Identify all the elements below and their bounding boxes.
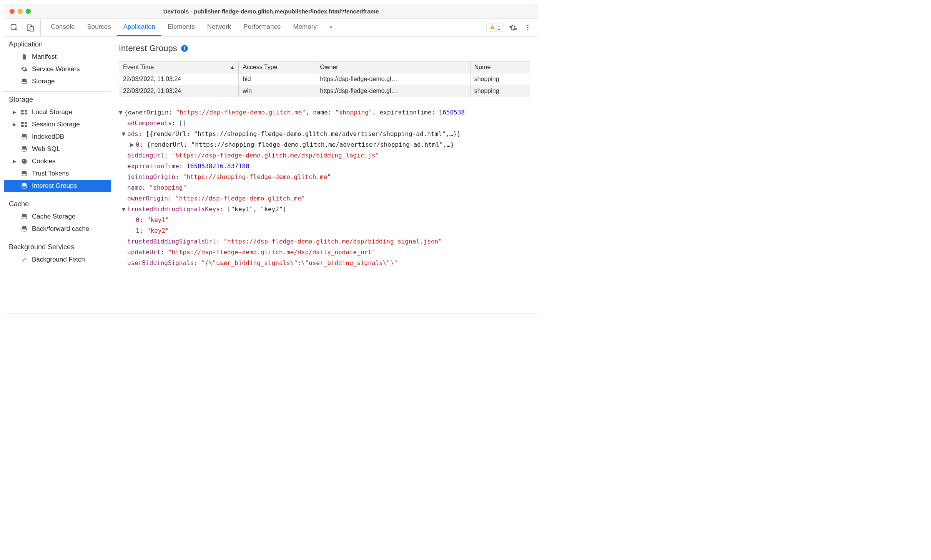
inspect-icon[interactable] [9, 22, 20, 33]
obj-joiningorigin[interactable]: joiningOrigin: "https://shopping-fledge-… [119, 172, 530, 182]
sidebar-item-local-storage[interactable]: ▶ Local Storage [4, 106, 111, 118]
main-toolbar: Console Sources Application Elements Net… [4, 19, 538, 36]
svg-rect-13 [21, 122, 24, 124]
warning-icon [490, 24, 495, 31]
caret-down-icon: ▼ [122, 204, 127, 215]
body: Application Manifest Service Workers Sto… [4, 36, 538, 313]
cell-owner: https://dsp-fledge-demo.gl… [316, 85, 470, 97]
tab-elements[interactable]: Elements [161, 19, 201, 36]
svg-rect-9 [21, 110, 24, 112]
svg-rect-11 [21, 113, 24, 114]
toolbar-left [4, 19, 41, 36]
issues-badge[interactable]: 1 [486, 23, 504, 32]
obj-tbsk[interactable]: ▼trustedBiddingSignalsKeys: ["key1", "ke… [119, 204, 530, 215]
sidebar-item-storage[interactable]: Storage [4, 75, 111, 88]
storage-icon [20, 78, 28, 85]
tab-performance[interactable]: Performance [237, 19, 287, 36]
sidebar-item-service-workers[interactable]: Service Workers [4, 63, 111, 75]
document-icon [20, 53, 28, 60]
svg-rect-16 [25, 125, 27, 127]
info-icon[interactable]: i [181, 45, 188, 52]
svg-rect-4 [492, 28, 493, 28]
cell-event-time: 22/03/2022, 11:03:24 [119, 85, 239, 97]
sidebar-item-bf-cache[interactable]: Back/forward cache [4, 223, 111, 235]
col-event-time[interactable]: Event Time ▲ [119, 61, 239, 73]
sidebar-item-label: Storage [32, 78, 55, 85]
sidebar-item-trust-tokens[interactable]: Trust Tokens [4, 167, 111, 180]
gear-icon [20, 66, 28, 73]
obj-expirationtime[interactable]: expirationTime: 1650538216.837188 [119, 161, 530, 172]
sidebar-item-label: Service Workers [32, 65, 80, 73]
table-header-row: Event Time ▲ Access Type Owner Name [119, 61, 530, 73]
window-title: DevTools - publisher-fledge-demo.glitch.… [4, 8, 538, 15]
sidebar-section-background-services: Background Services [4, 239, 111, 253]
cell-owner: https://dsp-fledge-demo.gl… [316, 73, 470, 85]
obj-tbsu[interactable]: trustedBiddingSignalsUrl: "https://dsp-f… [119, 236, 530, 247]
obj-updateurl[interactable]: updateUrl: "https://dsp-fledge-demo.glit… [119, 247, 530, 258]
tab-network[interactable]: Network [201, 19, 237, 36]
sidebar-item-indexeddb[interactable]: IndexedDB [4, 131, 111, 143]
panel-title: Interest Groups i [119, 43, 530, 53]
tab-application[interactable]: Application [117, 19, 161, 36]
obj-adcomponents[interactable]: adComponents: [] [119, 118, 530, 129]
settings-icon[interactable] [508, 22, 519, 33]
sidebar-section-cache: Cache [4, 196, 111, 210]
tab-sources[interactable]: Sources [81, 19, 117, 36]
table-icon [20, 109, 28, 115]
col-owner[interactable]: Owner [316, 61, 470, 73]
sidebar-item-background-fetch[interactable]: Background Fetch [4, 253, 111, 266]
kebab-menu-icon[interactable] [522, 22, 533, 33]
svg-point-21 [25, 161, 25, 161]
sidebar-item-label: Cache Storage [32, 213, 75, 220]
toolbar-right: 1 [486, 22, 538, 33]
sidebar-item-session-storage[interactable]: ▶ Session Storage [4, 118, 111, 131]
tab-console[interactable]: Console [45, 19, 81, 36]
sidebar-item-cookies[interactable]: ▶ Cookies [4, 155, 111, 167]
svg-point-6 [527, 27, 528, 28]
svg-rect-3 [492, 26, 493, 28]
sidebar-item-cache-storage[interactable]: Cache Storage [4, 210, 111, 223]
obj-ads-0[interactable]: ▶0: {renderUrl: "https://shopping-fledge… [119, 139, 530, 150]
devtools-window: DevTools - publisher-fledge-demo.glitch.… [4, 4, 538, 313]
caret-right-icon: ▶ [13, 109, 17, 115]
col-name[interactable]: Name [470, 61, 530, 73]
svg-point-22 [23, 162, 24, 162]
caret-down-icon: ▼ [122, 129, 127, 139]
sidebar-item-label: Session Storage [32, 121, 80, 128]
storage-icon [20, 170, 28, 177]
obj-tbsk-1[interactable]: 1: "key2" [119, 225, 530, 236]
sidebar-item-label: Trust Tokens [32, 170, 69, 177]
storage-icon [20, 133, 28, 140]
tab-more[interactable]: » [323, 19, 339, 36]
svg-rect-10 [25, 110, 27, 112]
storage-icon [20, 182, 28, 189]
sidebar-item-label: Back/forward cache [32, 225, 89, 233]
up-down-icon [20, 257, 28, 263]
table-row[interactable]: 22/03/2022, 11:03:24 bid https://dsp-fle… [119, 73, 530, 85]
sidebar-section-application: Application [4, 36, 111, 51]
sidebar-item-label: Manifest [32, 53, 57, 61]
tab-memory[interactable]: Memory [287, 19, 323, 36]
obj-userbiddingsignals[interactable]: userBiddingSignals: "{\"user_bidding_sig… [119, 258, 530, 268]
sidebar-item-manifest[interactable]: Manifest [4, 51, 111, 63]
sidebar-item-label: IndexedDB [32, 133, 64, 141]
obj-tbsk-0[interactable]: 0: "key1" [119, 215, 530, 225]
col-access-type[interactable]: Access Type [239, 61, 316, 73]
svg-point-19 [22, 159, 27, 164]
caret-right-icon: ▶ [13, 122, 17, 127]
device-toggle-icon[interactable] [25, 22, 36, 33]
obj-top[interactable]: ▼{ownerOrigin: "https://dsp-fledge-demo.… [119, 107, 530, 118]
storage-icon [20, 225, 28, 232]
object-viewer[interactable]: ▼{ownerOrigin: "https://dsp-fledge-demo.… [119, 107, 530, 268]
sort-asc-icon: ▲ [230, 65, 234, 70]
obj-name[interactable]: name: "shopping" [119, 182, 530, 193]
storage-icon [20, 146, 28, 152]
obj-ownerorigin[interactable]: ownerOrigin: "https://dsp-fledge-demo.gl… [119, 193, 530, 204]
titlebar: DevTools - publisher-fledge-demo.glitch.… [4, 4, 538, 19]
table-row[interactable]: 22/03/2022, 11:03:24 win https://dsp-fle… [119, 85, 530, 97]
sidebar[interactable]: Application Manifest Service Workers Sto… [4, 36, 111, 313]
obj-biddingurl[interactable]: biddingUrl: "https://dsp-fledge-demo.gli… [119, 150, 530, 161]
sidebar-item-interest-groups[interactable]: Interest Groups [4, 180, 111, 192]
sidebar-item-web-sql[interactable]: Web SQL [4, 143, 111, 155]
obj-ads[interactable]: ▼ads: [{renderUrl: "https://shopping-fle… [119, 129, 530, 139]
